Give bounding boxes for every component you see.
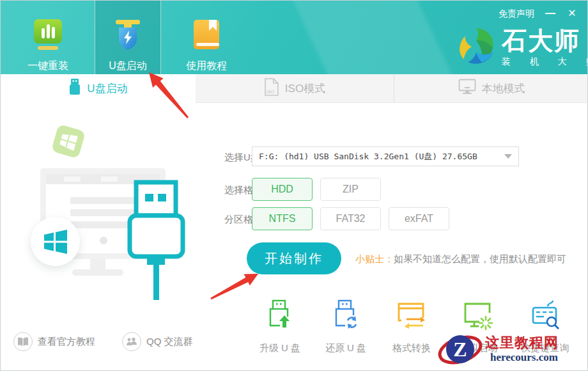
minimize-button[interactable]: — <box>542 6 559 21</box>
tab-label: 使用教程 <box>186 59 227 73</box>
brand-name: 石大师 <box>502 28 588 54</box>
tutorial-book-icon <box>13 332 33 351</box>
tip-text: 小贴士：如果不知道怎么配置，使用默认配置即可 <box>355 253 566 265</box>
iso-file-icon: ISO <box>264 78 279 99</box>
people-icon <box>122 332 141 351</box>
mode-tab-iso[interactable]: ISO ISO模式 <box>196 74 394 103</box>
close-button[interactable]: ✕ <box>564 6 580 21</box>
chevron-down-icon <box>504 154 512 159</box>
monitor-base <box>72 269 123 276</box>
usb-drive-select[interactable]: F:G: (hd1) USB SanDisk 3.2Gen1 (U盘) 27.6… <box>252 146 519 166</box>
tab-label: U盘启动 <box>109 59 147 73</box>
usb-upgrade-icon <box>263 299 297 335</box>
tab-tutorial[interactable]: 使用教程 <box>174 1 238 74</box>
monitor-stand <box>90 259 105 269</box>
start-make-button[interactable]: 开始制作 <box>247 242 341 274</box>
title-bar: 一键重装 U盘启动 <box>1 1 588 74</box>
mode-tab-label: U盘启动 <box>87 81 127 96</box>
usb-plug-illustration <box>127 180 186 304</box>
partition-option-fat32[interactable]: FAT32 <box>320 207 381 230</box>
windows-flag-icon <box>43 229 68 255</box>
tab-one-click-reinstall[interactable]: 一键重装 <box>16 1 80 74</box>
qq-group-link[interactable]: QQ 交流群 <box>122 332 193 351</box>
brand-swirl-icon <box>456 26 495 68</box>
usb-stick-icon <box>68 79 81 99</box>
tutorial-label: 查看官方教程 <box>38 336 95 348</box>
mode-tab-usb-boot[interactable]: U盘启动 <box>1 74 196 103</box>
partition-option-ntfs[interactable]: NTFS <box>252 207 313 230</box>
feature-label: 升级 U 盘 <box>259 342 300 354</box>
feature-label: 还原 U 盘 <box>325 342 366 354</box>
reinstall-icon <box>31 18 65 54</box>
svg-text:ISO: ISO <box>267 90 275 94</box>
tab-usb-boot[interactable]: U盘启动 <box>95 1 161 74</box>
feature-restore-usb[interactable]: 还原 U 盘 <box>313 299 379 354</box>
format-option-hdd[interactable]: HDD <box>252 178 313 201</box>
usb-drive-value: F:G: (hd1) USB SanDisk 3.2Gen1 (U盘) 27.6… <box>259 151 504 162</box>
usb-restore-icon <box>329 299 362 335</box>
official-tutorial-link[interactable]: 查看官方教程 <box>13 332 95 351</box>
mode-tab-label: 本地模式 <box>482 81 525 96</box>
windows-tile-decoration <box>51 124 86 159</box>
mode-tab-label: ISO模式 <box>285 81 325 96</box>
svg-text:Z: Z <box>453 338 467 361</box>
mode-tab-bar: U盘启动 ISO ISO模式 本地模式 <box>1 74 588 103</box>
format-option-zip[interactable]: ZIP <box>320 178 381 201</box>
usb-shield-icon <box>111 18 144 54</box>
book-icon <box>190 18 223 54</box>
tip-prefix: 小贴士： <box>355 253 394 264</box>
brand-subtitle: 装 机 大 师 <box>502 56 588 68</box>
app-window: 一键重装 U盘启动 <box>0 0 588 371</box>
watermark-domain: herecours.com <box>490 351 558 364</box>
format-convert-icon <box>395 299 428 335</box>
arrow-to-start-button <box>210 274 258 299</box>
watermark-logo: Z <box>438 331 483 371</box>
tab-label: 一键重装 <box>27 59 68 73</box>
monitor-icon <box>458 79 476 99</box>
mode-tab-local[interactable]: 本地模式 <box>394 74 588 103</box>
site-watermark: Z 这里教程网 herecours.com <box>426 329 586 369</box>
disclaimer-link[interactable]: 免责声明 <box>499 8 534 20</box>
feature-label: 格式转换 <box>392 342 431 354</box>
watermark-site-name: 这里教程网 <box>485 333 559 352</box>
brand-logo: 石大师 装 机 大 师 <box>456 26 588 68</box>
feature-upgrade-usb[interactable]: 升级 U 盘 <box>247 299 313 354</box>
windows-logo-badge <box>31 217 80 266</box>
partition-option-exfat[interactable]: exFAT <box>389 207 449 230</box>
qq-group-label: QQ 交流群 <box>146 336 193 348</box>
